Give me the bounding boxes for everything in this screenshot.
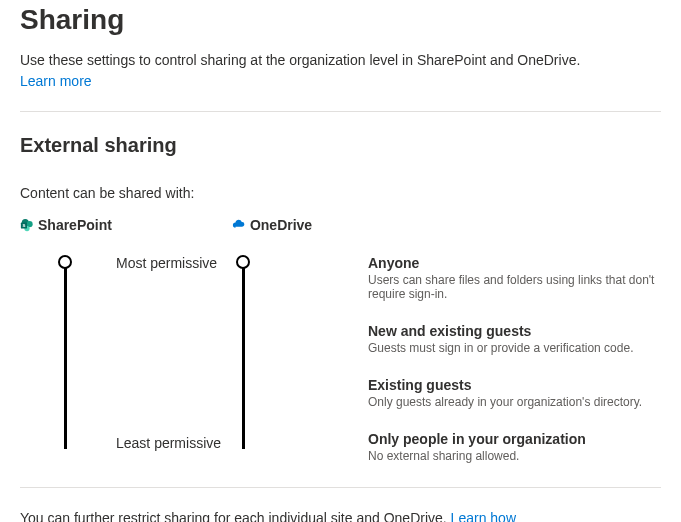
learn-how-link[interactable]: Learn how	[451, 510, 516, 522]
option-desc: No external sharing allowed.	[368, 449, 661, 463]
onedrive-slider-track	[242, 261, 245, 449]
section-subheading: Content can be shared with:	[20, 185, 661, 201]
onedrive-icon	[232, 218, 246, 232]
least-permissive-label: Least permissive	[116, 435, 221, 451]
option-only-org: Only people in your organization No exte…	[368, 431, 661, 463]
onedrive-slider	[234, 255, 274, 465]
sharepoint-slider-track	[64, 261, 67, 449]
option-anyone: Anyone Users can share files and folders…	[368, 255, 661, 301]
option-new-existing-guests: New and existing guests Guests must sign…	[368, 323, 661, 355]
learn-more-link[interactable]: Learn more	[20, 73, 92, 89]
option-desc: Guests must sign in or provide a verific…	[368, 341, 661, 355]
option-title: New and existing guests	[368, 323, 661, 339]
option-title: Only people in your organization	[368, 431, 661, 447]
sharepoint-slider: Most permissive Least permissive	[56, 255, 234, 465]
section-divider	[20, 111, 661, 112]
sharepoint-icon: S	[20, 218, 34, 232]
onedrive-slider-handle[interactable]	[236, 255, 250, 269]
product-onedrive: OneDrive	[232, 217, 312, 233]
permission-options: Anyone Users can share files and folders…	[368, 255, 661, 465]
footer-note-text: You can further restrict sharing for eac…	[20, 510, 451, 522]
option-title: Existing guests	[368, 377, 661, 393]
section-title: External sharing	[20, 134, 661, 157]
option-desc: Users can share files and folders using …	[368, 273, 661, 301]
product-onedrive-label: OneDrive	[250, 217, 312, 233]
svg-text:S: S	[22, 223, 25, 228]
page-title: Sharing	[20, 4, 661, 36]
product-sharepoint-label: SharePoint	[38, 217, 112, 233]
page-description: Use these settings to control sharing at…	[20, 50, 661, 71]
option-existing-guests: Existing guests Only guests already in y…	[368, 377, 661, 409]
products-row: S SharePoint OneDrive	[20, 217, 661, 233]
footer-divider	[20, 487, 661, 488]
sharepoint-slider-handle[interactable]	[58, 255, 72, 269]
option-title: Anyone	[368, 255, 661, 271]
option-desc: Only guests already in your organization…	[368, 395, 661, 409]
product-sharepoint: S SharePoint	[20, 217, 112, 233]
footer-note: You can further restrict sharing for eac…	[20, 510, 661, 522]
most-permissive-label: Most permissive	[116, 255, 217, 271]
